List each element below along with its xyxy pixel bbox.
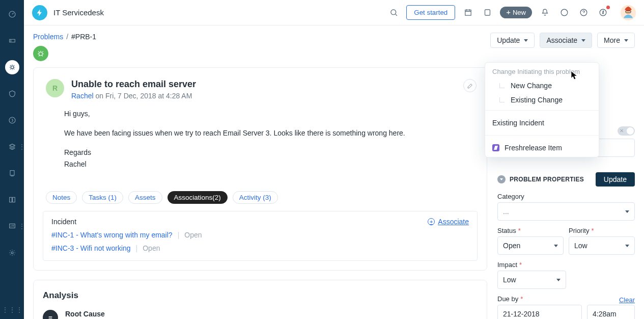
tab-associations[interactable]: Associations(2) bbox=[167, 191, 228, 204]
ticket-title: Unable to reach email server bbox=[71, 79, 474, 90]
tab-tasks[interactable]: Tasks (1) bbox=[82, 191, 123, 204]
priority-select[interactable]: Low bbox=[569, 236, 635, 255]
nav-knowledge-icon[interactable] bbox=[5, 193, 19, 207]
analysis-card: Analysis Root Cause Email server 3 has g… bbox=[33, 280, 487, 319]
tab-notes[interactable]: Notes bbox=[46, 191, 77, 204]
requester-avatar: R bbox=[46, 79, 64, 97]
tab-assets[interactable]: Assets bbox=[128, 191, 162, 204]
edit-icon[interactable] bbox=[463, 79, 477, 92]
nav-dashboard-icon[interactable] bbox=[5, 7, 19, 21]
breadcrumb: Problems / #PRB-1 bbox=[33, 33, 96, 41]
clear-link[interactable]: Clear bbox=[619, 296, 635, 304]
nav-settings-icon[interactable] bbox=[5, 246, 19, 260]
breadcrumb-parent-link[interactable]: Problems bbox=[33, 33, 63, 41]
nav-tickets-icon[interactable] bbox=[5, 34, 19, 48]
todo-icon[interactable] bbox=[481, 6, 494, 19]
breadcrumb-current: #PRB-1 bbox=[71, 33, 96, 41]
incident-status: Open bbox=[143, 244, 160, 252]
popover-existing-incident[interactable]: Existing Incident bbox=[485, 114, 599, 132]
associations-section-title: Incident bbox=[51, 218, 76, 226]
popover-new-change[interactable]: New Change bbox=[485, 78, 599, 93]
svg-rect-7 bbox=[465, 10, 471, 16]
category-label: Category bbox=[497, 193, 635, 200]
right-panel-toggle[interactable]: ✕ bbox=[618, 126, 635, 136]
help-icon[interactable] bbox=[577, 6, 590, 19]
svg-point-2 bbox=[9, 117, 15, 123]
info-icon[interactable]: i bbox=[596, 6, 609, 19]
category-select[interactable]: ... bbox=[497, 202, 635, 221]
left-nav-rail: ⋮⋮⋮ bbox=[0, 0, 24, 319]
new-button[interactable]: New bbox=[500, 7, 532, 18]
svg-point-16 bbox=[39, 52, 43, 56]
nav-releases-icon[interactable] bbox=[5, 113, 19, 127]
dueby-label: Due by* bbox=[497, 295, 523, 303]
update-dropdown-button[interactable]: Update bbox=[490, 33, 535, 48]
app-title: IT Servicedesk bbox=[53, 8, 104, 17]
freshrelease-icon bbox=[492, 144, 499, 151]
root-cause-label: Root Cause bbox=[65, 310, 478, 318]
associate-link[interactable]: +Associate bbox=[428, 218, 469, 226]
cursor-icon bbox=[571, 71, 578, 81]
svg-point-1 bbox=[11, 66, 13, 68]
notifications-icon[interactable] bbox=[538, 6, 551, 19]
nav-problems-icon[interactable] bbox=[5, 60, 19, 74]
plus-circle-icon: + bbox=[428, 218, 435, 225]
popover-freshrelease-item[interactable]: Freshrelease Item bbox=[485, 139, 599, 157]
svg-point-6 bbox=[391, 10, 396, 15]
incident-status: Open bbox=[184, 231, 202, 239]
associations-panel: Incident +Associate #INC-1 - What's wron… bbox=[43, 211, 478, 261]
nav-changes-icon[interactable] bbox=[5, 87, 19, 101]
avatar[interactable] bbox=[621, 5, 636, 20]
svg-text:i: i bbox=[602, 10, 604, 15]
new-button-label: New bbox=[513, 9, 526, 16]
nav-solutions-icon[interactable] bbox=[5, 166, 19, 180]
nav-reports-icon[interactable] bbox=[5, 219, 19, 233]
page-header: Problems / #PRB-1 Update Associate More bbox=[24, 25, 644, 61]
associated-incident-row: #INC-1 - What's wrong with my email? | O… bbox=[51, 231, 469, 239]
svg-point-5 bbox=[11, 252, 13, 254]
status-label: Status* bbox=[497, 227, 564, 234]
status-select[interactable]: Open bbox=[497, 236, 564, 255]
associated-incident-row: #INC-3 - Wifi not working | Open bbox=[51, 244, 469, 252]
impact-label: Impact* bbox=[497, 261, 635, 269]
collapse-icon[interactable] bbox=[497, 175, 506, 183]
app-switcher-icon[interactable]: ⋮⋮⋮ bbox=[2, 306, 23, 314]
incident-link[interactable]: #INC-1 - What's wrong with my email? bbox=[51, 231, 173, 239]
tab-activity[interactable]: Activity (3) bbox=[233, 191, 278, 204]
properties-title: PROBLEM PROPERTIES bbox=[510, 176, 584, 183]
incident-link[interactable]: #INC-3 - Wifi not working bbox=[51, 244, 131, 252]
due-time-input[interactable]: 4:28am bbox=[587, 305, 635, 319]
impact-select[interactable]: Low bbox=[497, 271, 566, 289]
requester-link[interactable]: Rachel bbox=[71, 92, 94, 100]
associate-popover: Change Initiating this problem New Chang… bbox=[485, 62, 599, 157]
topbar: IT Servicedesk Get started New i bbox=[24, 0, 644, 25]
calendar-icon[interactable] bbox=[461, 6, 474, 19]
problem-badge-icon bbox=[33, 46, 48, 61]
due-date-input[interactable]: 21-12-2018 bbox=[497, 305, 582, 319]
popover-existing-change[interactable]: Existing Change bbox=[485, 93, 599, 107]
analysis-heading: Analysis bbox=[43, 290, 478, 301]
ticket-tabs: Notes Tasks (1) Assets Associations(2) A… bbox=[34, 183, 487, 211]
nav-assets-icon[interactable] bbox=[5, 140, 19, 154]
ticket-body: Hi guys, We have been facing issues when… bbox=[34, 108, 487, 183]
more-dropdown-button[interactable]: More bbox=[597, 33, 635, 48]
priority-label: Priority* bbox=[569, 227, 635, 234]
associate-dropdown-button[interactable]: Associate bbox=[540, 33, 592, 48]
breadcrumb-separator: / bbox=[66, 33, 68, 41]
ticket-card: R Unable to reach email server Rachel on… bbox=[33, 67, 487, 271]
svg-rect-3 bbox=[10, 171, 14, 175]
brand-icon bbox=[32, 5, 47, 20]
update-button[interactable]: Update bbox=[596, 172, 635, 187]
root-cause-icon bbox=[43, 310, 58, 319]
search-icon[interactable] bbox=[387, 6, 400, 19]
chat-icon[interactable] bbox=[557, 6, 571, 19]
popover-heading: Change Initiating this problem bbox=[485, 63, 599, 78]
get-started-button[interactable]: Get started bbox=[406, 5, 455, 20]
ticket-timestamp: on Fri, 7 Dec, 2018 at 4:28 AM bbox=[95, 92, 192, 100]
